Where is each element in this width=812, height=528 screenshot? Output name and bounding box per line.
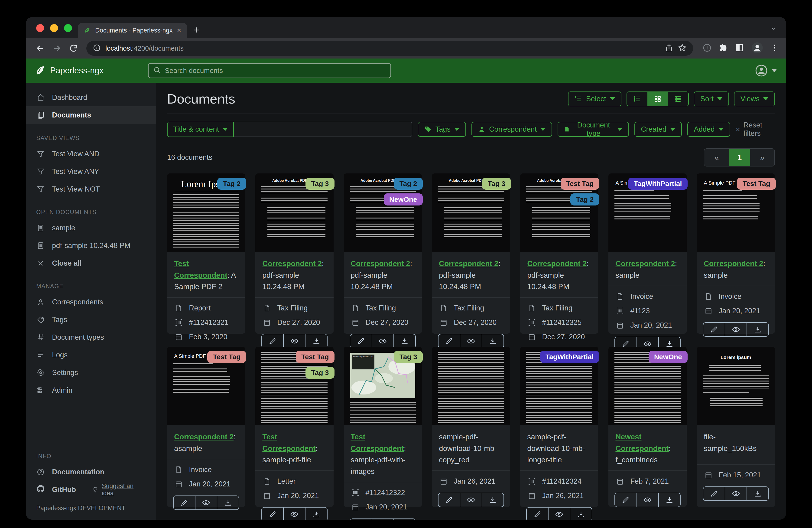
sidebar-close-all[interactable]: Close all: [26, 255, 156, 272]
added-filter-button[interactable]: Added: [687, 122, 730, 137]
browser-tab[interactable]: Documents - Paperless-ngx ×: [78, 23, 187, 38]
address-bar[interactable]: localhost:4200/documents: [86, 41, 693, 56]
back-icon[interactable]: [33, 41, 47, 56]
tag-badge[interactable]: Tag 2: [217, 177, 246, 190]
correspondent-link[interactable]: Test Correspondent: [262, 432, 316, 453]
sidebar-item-test-view-and[interactable]: Test View AND: [26, 145, 156, 163]
preview-eye-button[interactable]: [283, 334, 305, 348]
preview-eye-button[interactable]: [460, 493, 482, 506]
document-card-12[interactable]: TagWithPartial sample-pdf-download-10-mb…: [520, 347, 598, 507]
preview-eye-button[interactable]: [372, 519, 393, 520]
preview-eye-button[interactable]: [548, 508, 570, 520]
extensions-puzzle-icon[interactable]: [719, 43, 728, 53]
download-button[interactable]: [746, 323, 768, 336]
sort-button[interactable]: Sort: [694, 91, 729, 106]
detail-view-button[interactable]: [668, 92, 688, 106]
bookmark-star-icon[interactable]: [678, 43, 687, 53]
minimize-window-button[interactable]: [50, 24, 58, 32]
edit-button[interactable]: [527, 508, 548, 520]
document-card-9[interactable]: Test TagTag 3 Test Correspondent: sample…: [255, 347, 333, 507]
sidebar-item-correspondents[interactable]: Correspondents: [26, 293, 156, 311]
document-card-4[interactable]: Tag 3 Adobe Acrobat PDF Files Correspond…: [432, 173, 510, 334]
close-window-button[interactable]: [36, 24, 44, 32]
download-button[interactable]: [658, 493, 680, 506]
edit-button[interactable]: [350, 519, 372, 520]
correspondent-link[interactable]: Correspondent 2: [174, 432, 233, 441]
preview-eye-button[interactable]: [460, 334, 482, 348]
document-card-11[interactable]: sample-pdf-download-10-mb copy_red Jan 2…: [432, 347, 510, 507]
download-button[interactable]: [482, 493, 504, 506]
forward-icon[interactable]: [50, 41, 64, 56]
tag-badge[interactable]: Test Tag: [296, 351, 334, 363]
document-card-14[interactable]: Lorem ipsum file-sample_150kBs Feb 15, 2…: [697, 347, 775, 507]
reload-icon[interactable]: [67, 41, 81, 56]
document-thumbnail[interactable]: [432, 347, 510, 425]
document-card-3[interactable]: Tag 2NewOne Adobe Acrobat PDF Files Corr…: [344, 173, 422, 334]
reset-filters-button[interactable]: × Reset filters: [736, 121, 775, 138]
document-card-2[interactable]: Tag 3 Adobe Acrobat PDF Files Correspond…: [255, 173, 333, 334]
correspondent-link[interactable]: Test Correspondent: [174, 259, 227, 279]
global-search[interactable]: [148, 63, 391, 78]
correspondent-link[interactable]: Correspondent 2: [527, 259, 586, 268]
sidebar-item-tags[interactable]: Tags: [26, 311, 156, 329]
url-text[interactable]: localhost:4200/documents: [105, 45, 660, 52]
sidebar-open-doc-pdf-sample[interactable]: pdf-sample 10.24.48 PM: [26, 237, 156, 255]
preview-eye-button[interactable]: [637, 493, 658, 506]
new-tab-button[interactable]: +: [193, 24, 200, 36]
sidebar-item-admin[interactable]: Admin: [26, 382, 156, 399]
tag-badge[interactable]: Tag 3: [394, 351, 423, 363]
download-button[interactable]: [393, 334, 415, 348]
download-button[interactable]: [305, 508, 327, 520]
document-thumbnail[interactable]: Lorem ipsum: [697, 347, 775, 425]
search-input[interactable]: [165, 67, 386, 74]
share-icon[interactable]: [665, 44, 673, 53]
tag-badge[interactable]: NewOne: [649, 351, 687, 363]
site-info-icon[interactable]: [93, 44, 101, 53]
preview-eye-button[interactable]: [725, 487, 746, 500]
sidebar-item-documentation[interactable]: Documentation: [26, 463, 156, 481]
edit-button[interactable]: [704, 487, 725, 500]
tab-search-chevron-icon[interactable]: [770, 25, 777, 33]
sidebar-item-document-types[interactable]: Document types: [26, 329, 156, 346]
tag-badge[interactable]: Tag 2: [394, 177, 423, 190]
filter-text-input[interactable]: [234, 122, 412, 137]
sidebar-item-logs[interactable]: Logs: [26, 346, 156, 364]
suggest-an-idea-link[interactable]: Suggest an idea: [92, 483, 146, 497]
tags-filter-button[interactable]: Tags: [418, 122, 466, 137]
correspondent-link[interactable]: Correspondent 2: [704, 259, 763, 268]
views-button[interactable]: Views: [734, 91, 775, 106]
correspondent-link[interactable]: Correspondent 2: [351, 259, 410, 268]
tag-badge[interactable]: Tag 3: [482, 177, 511, 190]
download-button[interactable]: [305, 334, 327, 348]
document-card-1[interactable]: Tag 2 Lorem Ipsum Test Correspondent: A …: [167, 173, 245, 334]
edit-button[interactable]: [438, 493, 460, 506]
profile-avatar-icon[interactable]: [751, 42, 763, 55]
preview-eye-button[interactable]: [195, 496, 217, 510]
sidebar-item-test-view-any[interactable]: Test View ANY: [26, 163, 156, 181]
sidebar-item-settings[interactable]: Settings: [26, 364, 156, 382]
edit-button[interactable]: [615, 493, 636, 506]
preview-eye-button[interactable]: [372, 334, 393, 348]
edit-button[interactable]: [350, 334, 372, 348]
tab-close-icon[interactable]: ×: [177, 27, 181, 34]
tag-badge[interactable]: TagWithPartial: [628, 177, 687, 190]
document-card-5[interactable]: Test TagTag 2 Adobe Acrobat PDF Files Co…: [520, 173, 598, 334]
edit-button[interactable]: [262, 334, 283, 348]
browser-menu-kebab-icon[interactable]: [770, 43, 779, 53]
download-button[interactable]: [570, 508, 592, 520]
tag-badge[interactable]: Tag 2: [570, 194, 599, 205]
correspondent-link[interactable]: Test Correspondent: [351, 432, 404, 453]
list-view-button[interactable]: [627, 92, 648, 106]
tag-badge[interactable]: TagWithPartial: [540, 351, 599, 363]
correspondent-link[interactable]: Correspondent 2: [615, 259, 675, 268]
tag-badge[interactable]: Test Tag: [207, 351, 246, 363]
window-controls[interactable]: [36, 24, 72, 32]
correspondent-link[interactable]: Newest Correspondent: [615, 432, 669, 453]
preview-eye-button[interactable]: [283, 508, 305, 520]
download-button[interactable]: [746, 487, 768, 500]
pagination-prev-button[interactable]: «: [704, 149, 729, 166]
filter-field-selector[interactable]: Title & content: [167, 122, 234, 137]
preview-eye-button[interactable]: [725, 323, 746, 336]
side-panel-icon[interactable]: [735, 43, 744, 53]
edit-button[interactable]: [262, 508, 283, 520]
